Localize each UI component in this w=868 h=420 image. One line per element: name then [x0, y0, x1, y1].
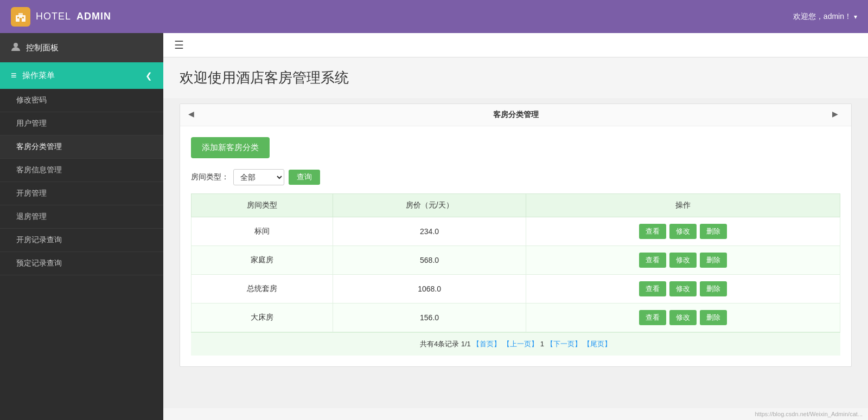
- sidebar-menu-header[interactable]: ≡ 操作菜单 ❮: [0, 62, 163, 89]
- card-collapse-left-icon[interactable]: ◀: [188, 109, 199, 120]
- delete-button[interactable]: 删除: [700, 224, 727, 239]
- sidebar-item-checkout[interactable]: 退房管理: [0, 205, 163, 229]
- sidebar-item-dashboard[interactable]: 控制面板: [0, 33, 163, 62]
- cell-room-type: 大床房: [192, 303, 333, 332]
- cell-actions: 查看修改删除: [526, 303, 840, 332]
- action-buttons: 查看修改删除: [534, 310, 832, 325]
- svg-rect-4: [20, 18, 22, 22]
- sidebar-item-room-info[interactable]: 客房信息管理: [0, 159, 163, 182]
- pagination-prev[interactable]: 【上一页】: [503, 340, 538, 348]
- col-room-type: 房间类型: [192, 194, 333, 217]
- brand-icon: [11, 7, 30, 27]
- sidebar-item-checkin[interactable]: 开房管理: [0, 182, 163, 205]
- filter-bar: 房间类型： 全部 标间 家庭房 总统套房 大床房 查询: [191, 169, 840, 185]
- sidebar-submenu: 修改密码 用户管理 客房分类管理 客房信息管理 开房管理 退房管理 开房记录查询…: [0, 89, 163, 275]
- sidebar-item-reservation-records[interactable]: 预定记录查询: [0, 252, 163, 275]
- edit-button[interactable]: 修改: [669, 281, 697, 296]
- chevron-down-icon: ▾: [854, 13, 857, 21]
- delete-button[interactable]: 删除: [700, 281, 727, 296]
- query-button[interactable]: 查询: [289, 170, 320, 185]
- cell-price: 568.0: [333, 246, 526, 275]
- hamburger-icon[interactable]: ☰: [174, 38, 184, 51]
- user-menu[interactable]: 欢迎您，admin！ ▾: [793, 12, 857, 22]
- pagination-bar: 共有4条记录 1/1 【首页】 【上一页】 1 【下一页】 【尾页】: [191, 332, 840, 356]
- filter-label: 房间类型：: [191, 172, 229, 182]
- sidebar-item-user-management[interactable]: 用户管理: [0, 112, 163, 135]
- view-button[interactable]: 查看: [639, 253, 666, 268]
- view-button[interactable]: 查看: [639, 224, 666, 239]
- cell-room-type: 标间: [192, 217, 333, 246]
- pagination-first[interactable]: 【首页】: [473, 340, 501, 348]
- welcome-text: 欢迎您，admin！: [793, 12, 852, 22]
- page-title-bar: 欢迎使用酒店客房管理系统: [163, 57, 868, 98]
- card-title: 客房分类管理: [199, 110, 832, 120]
- cell-actions: 查看修改删除: [526, 217, 840, 246]
- menu-collapse-icon: ❮: [145, 71, 152, 81]
- svg-rect-2: [17, 17, 19, 18]
- view-button[interactable]: 查看: [639, 281, 666, 296]
- cell-room-type: 家庭房: [192, 246, 333, 275]
- action-buttons: 查看修改删除: [534, 224, 832, 239]
- pagination-total: 共有4条记录 1/1: [420, 340, 473, 348]
- main-content: ☰ 欢迎使用酒店客房管理系统 ◀ 客房分类管理 ▶ 添加新客房分类: [163, 33, 868, 420]
- svg-rect-3: [22, 17, 24, 18]
- page-title: 欢迎使用酒店客房管理系统: [180, 68, 852, 87]
- table-row: 大床房156.0查看修改删除: [192, 303, 840, 332]
- cell-actions: 查看修改删除: [526, 246, 840, 275]
- delete-button[interactable]: 删除: [700, 253, 727, 268]
- cell-actions: 查看修改删除: [526, 275, 840, 303]
- content-area: ◀ 客房分类管理 ▶ 添加新客房分类 房间类型： 全部 标间 家庭房 总: [163, 98, 868, 408]
- footer-watermark: https://blog.csdn.net/Weixin_Admin/cat..…: [163, 408, 868, 420]
- cell-room-type: 总统套房: [192, 275, 333, 303]
- room-category-card: ◀ 客房分类管理 ▶ 添加新客房分类 房间类型： 全部 标间 家庭房 总: [180, 104, 852, 367]
- table-row: 总统套房1068.0查看修改删除: [192, 275, 840, 303]
- delete-button[interactable]: 删除: [700, 310, 727, 325]
- topbar: ☰: [163, 33, 868, 57]
- menu-label: 操作菜单: [22, 70, 55, 81]
- sidebar-item-checkin-records[interactable]: 开房记录查询: [0, 229, 163, 252]
- room-category-table: 房间类型 房价（元/天） 操作 标间234.0查看修改删除家庭房568.0查看修…: [191, 193, 840, 332]
- edit-button[interactable]: 修改: [669, 310, 697, 325]
- table-row: 家庭房568.0查看修改删除: [192, 246, 840, 275]
- add-category-button[interactable]: 添加新客房分类: [191, 137, 270, 158]
- cell-price: 1068.0: [333, 275, 526, 303]
- svg-rect-1: [18, 13, 23, 16]
- room-type-select[interactable]: 全部 标间 家庭房 总统套房 大床房: [233, 169, 284, 185]
- card-header: ◀ 客房分类管理 ▶: [180, 104, 851, 126]
- dashboard-icon: [11, 42, 21, 54]
- pagination-next[interactable]: 【下一页】: [546, 340, 582, 348]
- layout: 控制面板 ≡ 操作菜单 ❮ 修改密码 用户管理 客房分类管理 客房信息管理: [0, 33, 868, 420]
- svg-point-5: [14, 43, 18, 47]
- menu-icon: ≡: [11, 70, 17, 81]
- dashboard-label: 控制面板: [26, 43, 59, 53]
- cell-price: 234.0: [333, 217, 526, 246]
- admin-label: ADMIN: [76, 11, 111, 22]
- sidebar-item-change-password[interactable]: 修改密码: [0, 89, 163, 112]
- action-buttons: 查看修改删除: [534, 281, 832, 296]
- header: HOTEL ADMIN 欢迎您，admin！ ▾: [0, 0, 868, 33]
- col-actions: 操作: [526, 194, 840, 217]
- sidebar-item-room-category[interactable]: 客房分类管理: [0, 135, 163, 159]
- sidebar: 控制面板 ≡ 操作菜单 ❮ 修改密码 用户管理 客房分类管理 客房信息管理: [0, 33, 163, 420]
- col-price: 房价（元/天）: [333, 194, 526, 217]
- card-body: 添加新客房分类 房间类型： 全部 标间 家庭房 总统套房 大床房 查询: [180, 126, 851, 366]
- edit-button[interactable]: 修改: [669, 253, 697, 268]
- pagination-last[interactable]: 【尾页】: [583, 340, 611, 348]
- hotel-label: HOTEL: [36, 11, 71, 22]
- view-button[interactable]: 查看: [639, 310, 666, 325]
- brand: HOTEL ADMIN: [11, 7, 111, 27]
- menu-left: ≡ 操作菜单: [11, 70, 55, 81]
- action-buttons: 查看修改删除: [534, 253, 832, 268]
- table-row: 标间234.0查看修改删除: [192, 217, 840, 246]
- table-header-row: 房间类型 房价（元/天） 操作: [192, 194, 840, 217]
- edit-button[interactable]: 修改: [669, 224, 697, 239]
- cell-price: 156.0: [333, 303, 526, 332]
- card-collapse-right-icon[interactable]: ▶: [832, 109, 843, 120]
- pagination-current: 1: [540, 340, 546, 348]
